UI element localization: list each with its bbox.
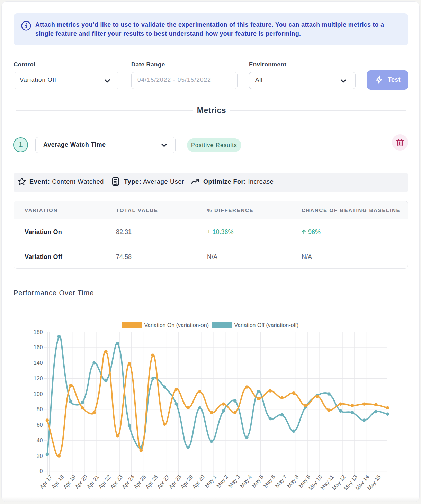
svg-text:140: 140	[34, 360, 43, 366]
svg-text:May 3: May 3	[227, 474, 241, 489]
svg-text:Apr 29: Apr 29	[179, 474, 194, 490]
svg-text:Apr 21: Apr 21	[86, 474, 100, 490]
svg-text:May 1: May 1	[204, 474, 217, 489]
svg-text:60: 60	[37, 422, 43, 428]
svg-text:180: 180	[34, 329, 43, 335]
svg-text:Apr 19: Apr 19	[62, 474, 77, 490]
svg-text:May 4: May 4	[239, 474, 253, 489]
svg-text:Apr 28: Apr 28	[168, 474, 182, 490]
svg-text:100: 100	[34, 391, 43, 397]
svg-text:Apr 18: Apr 18	[50, 474, 65, 490]
svg-text:Apr 25: Apr 25	[133, 474, 147, 490]
svg-text:Apr 22: Apr 22	[97, 474, 112, 490]
svg-text:Apr 27: Apr 27	[156, 474, 170, 490]
svg-text:20: 20	[37, 453, 43, 459]
svg-text:Variation Off (variation-off): Variation Off (variation-off)	[234, 322, 299, 328]
svg-text:Apr 26: Apr 26	[144, 474, 159, 490]
svg-text:40: 40	[37, 438, 43, 443]
svg-text:Apr 30: Apr 30	[191, 474, 206, 490]
svg-text:May 5: May 5	[251, 474, 265, 489]
svg-text:Apr 23: Apr 23	[109, 474, 124, 490]
svg-text:80: 80	[37, 406, 43, 412]
svg-text:Variation On (variation-on): Variation On (variation-on)	[144, 322, 209, 328]
svg-text:May 6: May 6	[262, 474, 276, 489]
svg-text:120: 120	[34, 376, 43, 381]
svg-text:May 8: May 8	[286, 474, 299, 489]
svg-text:160: 160	[34, 344, 43, 350]
svg-text:May 7: May 7	[274, 474, 288, 489]
svg-text:0: 0	[40, 468, 43, 474]
svg-text:Apr 20: Apr 20	[74, 474, 89, 490]
svg-text:May 2: May 2	[215, 474, 229, 489]
svg-text:Apr 17: Apr 17	[38, 474, 53, 490]
svg-text:Apr 24: Apr 24	[121, 474, 136, 490]
